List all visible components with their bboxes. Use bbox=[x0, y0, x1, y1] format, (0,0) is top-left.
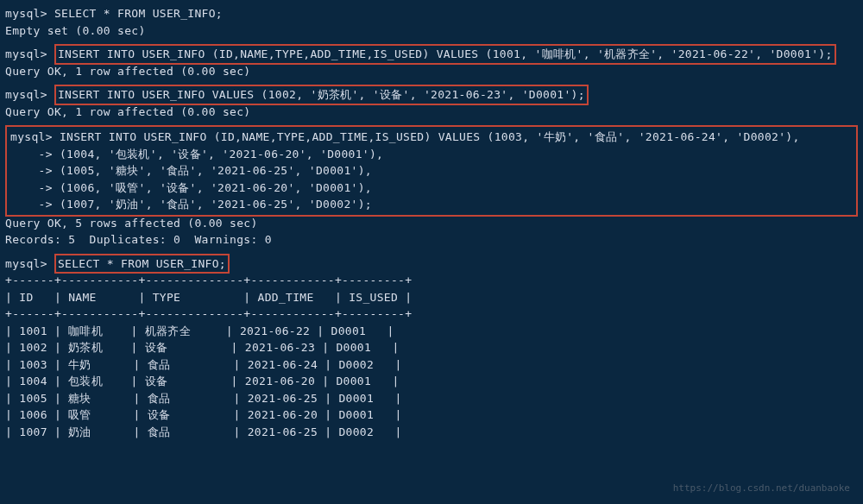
table-row: | 1005 | 糖块 | 食品 | 2021-06-25 | D0001 | bbox=[5, 390, 858, 407]
table-separator: +------+-----------+--------------+-----… bbox=[5, 306, 858, 323]
mysql-prompt: mysql> bbox=[5, 88, 54, 101]
terminal-line: mysql> INSERT INTO USER_INFO (ID,NAME,TY… bbox=[10, 129, 853, 146]
terminal-line: Query OK, 1 row affected (0.00 sec) bbox=[5, 63, 858, 80]
terminal-line: -> (1005, '糖块', '食品', '2021-06-25', 'D00… bbox=[10, 162, 853, 180]
terminal-line: mysql> SELECT * FROM USER_INFO; bbox=[5, 255, 858, 273]
terminal-line: Records: 5 Duplicates: 0 Warnings: 0 bbox=[5, 231, 858, 249]
terminal-line: -> (1004, '包装机', '设备', '2021-06-20', 'D0… bbox=[10, 146, 853, 163]
highlighted-sql-select: SELECT * FROM USER_INFO; bbox=[54, 254, 230, 274]
terminal-line: -> (1007, '奶油', '食品', '2021-06-25', 'D00… bbox=[10, 196, 853, 213]
watermark: https://blog.csdn.net/duanbaoke bbox=[673, 482, 850, 496]
table-row: | 1003 | 牛奶 | 食品 | 2021-06-24 | D0002 | bbox=[5, 356, 858, 374]
highlighted-sql-insert-1: INSERT INTO USER_INFO (ID,NAME,TYPE,ADD_… bbox=[54, 44, 836, 65]
highlighted-sql-insert-multi: mysql> INSERT INTO USER_INFO (ID,NAME,TY… bbox=[5, 125, 858, 217]
terminal-line: mysql> SELECT * FROM USER_INFO; bbox=[5, 5, 858, 22]
table-header: | ID | NAME | TYPE | ADD_TIME | IS_USED … bbox=[5, 289, 858, 306]
mysql-prompt: mysql> bbox=[5, 257, 54, 270]
table-row: | 1004 | 包装机 | 设备 | 2021-06-20 | D0001 | bbox=[5, 373, 858, 390]
terminal-line: Query OK, 1 row affected (0.00 sec) bbox=[5, 104, 858, 121]
table-row: | 1007 | 奶油 | 食品 | 2021-06-25 | D0002 | bbox=[5, 424, 858, 441]
terminal-line: Empty set (0.00 sec) bbox=[5, 22, 858, 40]
table-row: | 1002 | 奶茶机 | 设备 | 2021-06-23 | D0001 | bbox=[5, 339, 858, 356]
mysql-prompt: mysql> bbox=[5, 47, 54, 60]
table-row: | 1001 | 咖啡机 | 机器齐全 | 2021-06-22 | D0001… bbox=[5, 323, 858, 340]
terminal-line: mysql> INSERT INTO USER_INFO VALUES (100… bbox=[5, 86, 858, 104]
terminal-line: mysql> INSERT INTO USER_INFO (ID,NAME,TY… bbox=[5, 46, 858, 63]
table-row: | 1006 | 吸管 | 设备 | 2021-06-20 | D0001 | bbox=[5, 406, 858, 424]
highlighted-sql-insert-2: INSERT INTO USER_INFO VALUES (1002, '奶茶机… bbox=[54, 85, 589, 105]
table-separator: +------+-----------+--------------+-----… bbox=[5, 272, 858, 289]
terminal-line: Query OK, 5 rows affected (0.00 sec) bbox=[5, 215, 858, 232]
terminal-line: -> (1006, '吸管', '设备', '2021-06-20', 'D00… bbox=[10, 180, 853, 197]
